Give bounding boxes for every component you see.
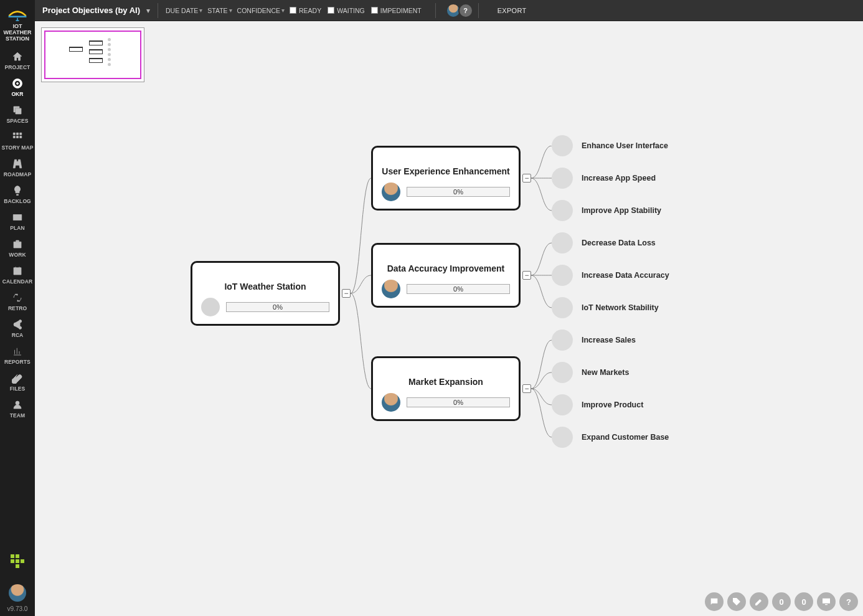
minimap[interactable] xyxy=(41,27,144,82)
page-title[interactable]: Project Objectives (by AI) xyxy=(42,6,140,15)
export-button[interactable]: EXPORT xyxy=(498,7,527,14)
filter-confidence[interactable]: CONFIDENCE▾ xyxy=(237,7,285,14)
l2-node-1[interactable]: Data Accuracy Improvement0% xyxy=(371,243,521,308)
chevron-down-icon[interactable]: ▾ xyxy=(146,6,150,15)
nav-spaces[interactable]: SPACES xyxy=(0,101,35,128)
home-icon xyxy=(12,51,23,62)
check-waiting[interactable]: WAITING xyxy=(328,7,365,14)
nav-retro[interactable]: RETRO xyxy=(0,288,35,315)
chevron-down-icon: ▾ xyxy=(229,7,232,14)
chevron-down-icon: ▾ xyxy=(281,7,285,14)
leaf-1-1[interactable]: Increase Data Accuracy xyxy=(552,265,669,286)
loop-icon xyxy=(12,292,23,303)
top-avatars: ? xyxy=(446,3,471,18)
node-title: Market Expansion xyxy=(408,377,483,387)
leaf-2-0[interactable]: Increase Sales xyxy=(552,329,636,351)
share-icon xyxy=(12,319,23,330)
leaf-1-2[interactable]: IoT Network Stability xyxy=(552,297,659,318)
collapse-l2-2[interactable]: − xyxy=(522,384,531,393)
l2-node-2[interactable]: Market Expansion0% xyxy=(371,356,521,421)
avatar xyxy=(201,298,220,316)
calendar-icon xyxy=(12,265,23,277)
checkbox-icon xyxy=(290,7,296,14)
avatar xyxy=(382,280,400,298)
l2-node-0[interactable]: User Experience Enhancement0% xyxy=(371,146,521,211)
nav-list: PROJECTOKRSPACESSTORY MAPROADMAPBACKLOGP… xyxy=(0,47,35,422)
filter-state[interactable]: STATE▾ xyxy=(207,7,232,14)
edit-button[interactable] xyxy=(750,592,768,611)
root-node[interactable]: IoT Weather Station0% xyxy=(191,261,340,326)
progress-bar: 0% xyxy=(407,187,510,197)
leaf-bubble-icon xyxy=(552,362,573,383)
nav-project[interactable]: PROJECT xyxy=(0,47,35,74)
leaf-2-2[interactable]: Improve Product xyxy=(552,394,643,415)
leaf-label: Expand Customer Base xyxy=(582,433,669,442)
leaf-0-0[interactable]: Enhance User Interface xyxy=(552,135,668,156)
nav-rca[interactable]: RCA xyxy=(0,315,35,342)
leaf-label: IoT Network Stability xyxy=(582,303,659,312)
card-icon xyxy=(12,212,23,223)
leaf-bubble-icon xyxy=(552,394,573,415)
nav-work[interactable]: WORK xyxy=(0,235,35,262)
tags-button[interactable] xyxy=(727,592,746,611)
collapse-l2-1[interactable]: − xyxy=(522,271,531,280)
leaf-bubble-icon xyxy=(552,297,573,318)
collapse-root[interactable]: − xyxy=(342,289,351,298)
leaf-0-2[interactable]: Improve App Stability xyxy=(552,200,661,221)
project-logo xyxy=(6,6,29,21)
canvas[interactable]: IoT Weather Station0%−User Experience En… xyxy=(35,21,863,616)
clip-icon xyxy=(12,372,23,384)
leaf-bubble-icon xyxy=(552,329,573,351)
counter-1[interactable]: 0 xyxy=(772,592,791,611)
leaf-bubble-icon xyxy=(552,135,573,156)
leaf-bubble-icon xyxy=(552,200,573,221)
monitor-button[interactable] xyxy=(817,592,836,611)
nav-team[interactable]: TEAM xyxy=(0,396,35,422)
user-icon xyxy=(12,399,23,410)
okr-tree: IoT Weather Station0%−User Experience En… xyxy=(191,146,863,495)
grid-icon xyxy=(12,131,23,143)
nav-okr[interactable]: OKR xyxy=(0,74,35,101)
chevron-down-icon: ▾ xyxy=(199,7,202,14)
avatar[interactable] xyxy=(9,584,26,602)
dock: 0 0 ? xyxy=(705,592,858,611)
filter-due-date[interactable]: DUE DATE▾ xyxy=(166,7,202,14)
target-icon xyxy=(12,78,23,89)
checkbox-icon xyxy=(328,7,334,14)
topbar: Project Objectives (by AI) ▾ DUE DATE▾ST… xyxy=(35,0,863,21)
counter-2[interactable]: 0 xyxy=(795,592,813,611)
leaf-label: Improve App Stability xyxy=(582,206,661,215)
leaf-label: Enhance User Interface xyxy=(582,141,668,150)
copy-icon xyxy=(12,105,23,116)
leaf-0-1[interactable]: Increase App Speed xyxy=(552,168,656,189)
leaf-label: Increase Sales xyxy=(582,336,636,344)
progress-bar: 0% xyxy=(407,284,510,294)
nav-story-map[interactable]: STORY MAP xyxy=(0,128,35,154)
leaf-label: Improve Product xyxy=(582,400,643,409)
nav-plan[interactable]: PLAN xyxy=(0,208,35,235)
project-name: IOT WEATHER STATION xyxy=(0,22,35,47)
check-ready[interactable]: READY xyxy=(290,7,321,14)
leaf-bubble-icon xyxy=(552,265,573,286)
brand-mark-icon xyxy=(11,554,24,568)
nav-calendar[interactable]: CALENDAR xyxy=(0,262,35,288)
leaf-bubble-icon xyxy=(552,168,573,189)
svg-rect-0 xyxy=(9,16,27,17)
comments-button[interactable] xyxy=(705,592,724,611)
nav-backlog[interactable]: BACKLOG xyxy=(0,181,35,208)
node-title: Data Accuracy Improvement xyxy=(387,263,505,273)
leaf-label: Increase Data Accuracy xyxy=(582,271,669,280)
leaf-2-3[interactable]: Expand Customer Base xyxy=(552,427,669,448)
collapse-l2-0[interactable]: − xyxy=(522,174,531,182)
nav-files[interactable]: FILES xyxy=(0,369,35,396)
sidebar: IOT WEATHER STATION PROJECTOKRSPACESSTOR… xyxy=(0,0,35,616)
help-avatar[interactable]: ? xyxy=(458,3,473,18)
nav-reports[interactable]: REPORTS xyxy=(0,342,35,369)
check-impediment[interactable]: IMPEDIMENT xyxy=(371,7,422,14)
road-icon xyxy=(12,158,23,169)
leaf-2-1[interactable]: New Markets xyxy=(552,362,629,383)
progress-bar: 0% xyxy=(226,302,329,312)
leaf-1-0[interactable]: Decrease Data Loss xyxy=(552,232,656,254)
help-button[interactable]: ? xyxy=(839,592,858,611)
nav-roadmap[interactable]: ROADMAP xyxy=(0,154,35,181)
